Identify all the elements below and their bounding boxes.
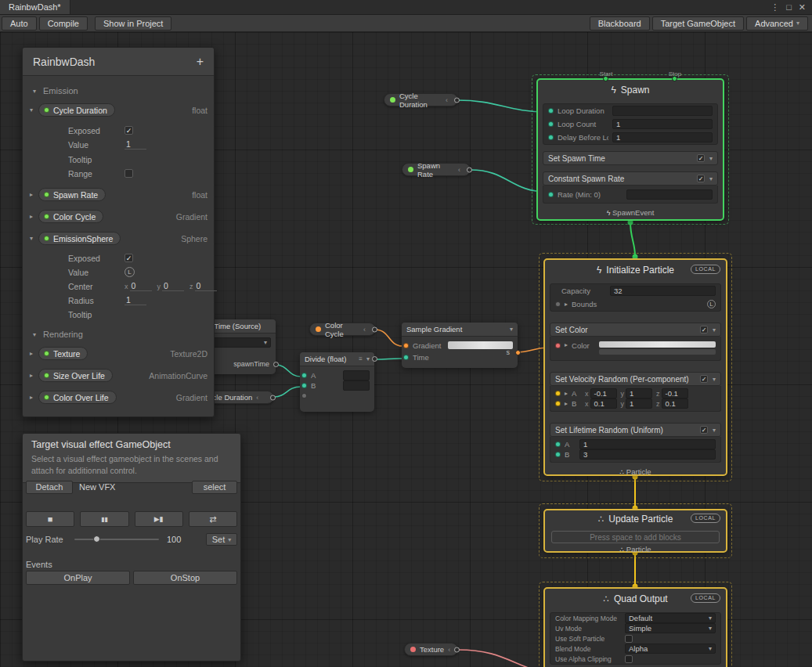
time-input-port[interactable] (403, 355, 409, 360)
pill-output-port[interactable] (454, 647, 460, 652)
update-placeholder[interactable]: Press space to add blocks (551, 531, 720, 543)
set-velocity-block[interactable]: Set Velocity Random (Per-component) ✓ ▾ … (550, 372, 721, 412)
set-color-block[interactable]: Set Color ✓ ▾ ▸ Color (550, 323, 721, 361)
chevron-down-icon[interactable]: ▾ (31, 88, 38, 95)
center-x-field[interactable]: 0 (130, 281, 152, 291)
show-in-project-button[interactable]: Show in Project (95, 16, 171, 31)
block-enabled-checkbox[interactable]: ✓ (700, 426, 708, 434)
set-rate-button[interactable]: Set▾ (206, 533, 237, 546)
pill-cycle-duration[interactable]: Cycle Duration ‹ (384, 93, 458, 106)
play-rate-value[interactable]: 100 (167, 535, 197, 544)
attached-object-name[interactable]: New VFX (79, 482, 115, 492)
constant-spawn-rate-block[interactable]: Constant Spawn Rate ✓ ▾ Rate (Min: 0) (543, 171, 718, 204)
tab-rainbwdash[interactable]: RainbwDash* (0, 0, 70, 14)
spawn-node[interactable]: Start Stop ϟ Spawn Loop Duration Loop Co… (536, 78, 724, 221)
restart-button[interactable]: ⇄ (189, 511, 237, 527)
chevron-down-icon[interactable]: ▾ (27, 106, 35, 114)
divide-node-header[interactable]: Divide (float) ≡ ▾ (300, 352, 374, 366)
exposed-checkbox[interactable]: ✓ (125, 126, 133, 135)
advanced-dropdown[interactable]: Advanced ▾ (746, 16, 808, 31)
block-enabled-checkbox[interactable]: ✓ (697, 154, 705, 162)
rate-field[interactable] (626, 189, 713, 200)
compile-button[interactable]: Compile (39, 16, 88, 31)
update-node[interactable]: ∴ Update Particle LOCAL Press space to a… (543, 509, 727, 553)
center-z-field[interactable]: 0 (195, 281, 217, 291)
exposed-checkbox[interactable]: ✓ (125, 254, 133, 262)
color-input-port[interactable] (555, 343, 561, 348)
param-row-color-cycle[interactable]: ▸ Color Cycle Gradient (27, 210, 208, 223)
chevron-right-icon[interactable]: ▸ (27, 372, 35, 379)
lifetime-a-port[interactable] (555, 442, 561, 447)
velocity-a-z[interactable]: -0.1 (662, 388, 688, 398)
velocity-b-y[interactable]: 1 (626, 398, 652, 409)
alpha-clipping-checkbox[interactable] (625, 655, 633, 663)
divide-a-port[interactable] (301, 373, 307, 378)
pill-output-port[interactable] (372, 326, 377, 332)
caret-down-icon[interactable]: ▾ (713, 326, 716, 334)
center-y-field[interactable]: 0 (162, 281, 184, 291)
rate-port[interactable] (548, 192, 554, 197)
initialize-node-header[interactable]: ϟ Initialize Particle LOCAL (545, 260, 726, 280)
color-gradient-field[interactable] (599, 341, 716, 348)
collapse-icon[interactable]: ‹ (458, 166, 460, 174)
block-enabled-checkbox[interactable]: ✓ (697, 175, 705, 182)
slider-knob[interactable] (93, 535, 100, 543)
chevron-right-icon[interactable]: ▸ (565, 390, 568, 397)
bounds-port[interactable] (555, 301, 561, 307)
chevron-right-icon[interactable]: ▸ (27, 213, 35, 220)
caret-down-icon[interactable]: ▾ (709, 175, 713, 182)
blackboard-panel[interactable]: RainbwDash + ▾ Emission ▾ Cycle Duration… (22, 47, 215, 417)
caret-down-icon[interactable]: ▾ (713, 376, 716, 383)
sample-gradient-node[interactable]: Sample Gradient ▾ Gradient Time s (402, 323, 518, 368)
block-enabled-checkbox[interactable]: ✓ (700, 375, 708, 383)
pill-spawn-rate[interactable]: Spawn Rate ‹ (402, 163, 471, 176)
velocity-b-x[interactable]: 0.1 (590, 398, 617, 409)
chevron-right-icon[interactable]: ▸ (565, 400, 568, 407)
local-space-badge[interactable]: L (707, 300, 716, 308)
soft-particle-checkbox[interactable] (625, 635, 633, 643)
blackboard-header[interactable]: RainbwDash + (23, 48, 214, 76)
param-row-cycle-duration[interactable]: ▾ Cycle Duration float (27, 103, 208, 117)
blackboard-toggle-button[interactable]: Blackboard (590, 16, 650, 31)
blend-mode-dropdown[interactable]: Alpha▾ (625, 644, 716, 654)
velocity-a-y[interactable]: 1 (626, 388, 652, 398)
pill-output-port[interactable] (467, 167, 472, 172)
play-rate-slider[interactable] (74, 539, 159, 540)
select-button[interactable]: select (192, 481, 237, 494)
param-row-emission-sphere[interactable]: ▾ EmissionSphere Sphere (27, 232, 208, 245)
delay-field[interactable]: 1 (612, 132, 713, 142)
value-field[interactable]: 1 (125, 139, 146, 150)
spawn-node-header[interactable]: ϟ Spawn (538, 80, 723, 100)
pill-texture[interactable]: Texture ‹ (404, 643, 458, 656)
set-spawn-time-block[interactable]: Set Spawn Time ✓ ▾ (543, 151, 718, 165)
chevron-down-icon[interactable]: ▾ (31, 331, 38, 338)
velocity-a-x[interactable]: -0.1 (590, 388, 617, 398)
auto-button[interactable]: Auto (2, 16, 37, 31)
caret-down-icon[interactable]: ▾ (366, 355, 370, 362)
caret-down-icon[interactable]: ▾ (510, 326, 513, 333)
divide-output-port[interactable] (372, 356, 377, 362)
range-checkbox[interactable] (125, 169, 133, 178)
divide-extra-port[interactable] (301, 393, 307, 398)
lifetime-b-port[interactable] (555, 452, 561, 457)
loop-count-port[interactable] (548, 121, 554, 127)
loop-count-field[interactable]: 1 (612, 119, 713, 129)
chevron-right-icon[interactable]: ▸ (565, 341, 568, 348)
set-lifetime-block[interactable]: Set Lifetime Random (Uniform) ✓ ▾ A 1 B … (550, 423, 721, 463)
color-mapping-dropdown[interactable]: Default▾ (625, 613, 716, 623)
pill-output-port[interactable] (454, 97, 460, 103)
collapse-icon[interactable]: ‹ (256, 394, 258, 402)
velocity-b-port[interactable] (555, 401, 561, 406)
chevron-right-icon[interactable]: ▸ (27, 350, 35, 357)
block-enabled-checkbox[interactable]: ✓ (700, 326, 708, 334)
onstop-button[interactable]: OnStop (133, 571, 237, 585)
radius-field[interactable]: 1 (125, 295, 146, 305)
step-button[interactable]: ▶▮ (135, 511, 183, 527)
target-gameobject-toggle-button[interactable]: Target GameObject (652, 16, 744, 31)
chevron-right-icon[interactable]: ▸ (27, 191, 35, 198)
loop-duration-port[interactable] (548, 108, 554, 114)
pill-color-cycle[interactable]: Color Cycle ‹ (309, 323, 376, 336)
uv-mode-dropdown[interactable]: Simple▾ (625, 623, 716, 633)
sample-gradient-header[interactable]: Sample Gradient ▾ (402, 323, 518, 337)
window-menu-icon[interactable]: ⋮ (770, 2, 779, 13)
